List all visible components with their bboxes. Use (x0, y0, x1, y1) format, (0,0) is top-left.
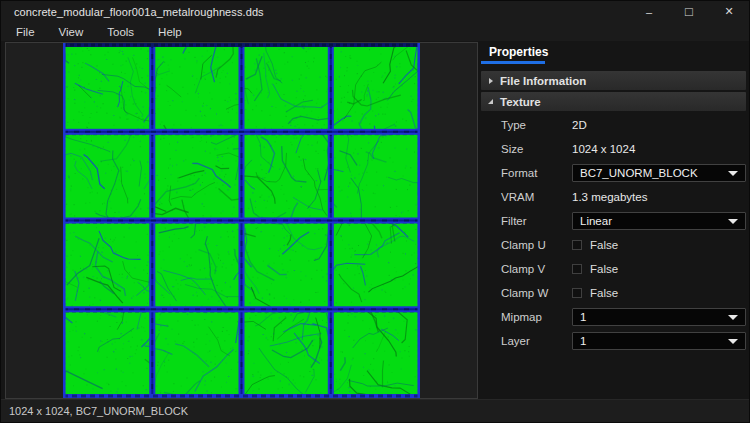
window-controls: – □ ✕ (629, 1, 749, 22)
title-bar[interactable]: concrete_modular_floor001a_metalroughnes… (1, 1, 749, 22)
chevron-down-icon (728, 219, 738, 224)
field-row-layer: Layer 1 (481, 329, 746, 353)
size-value: 1024 x 1024 (572, 143, 635, 155)
layer-value: 1 (580, 335, 728, 347)
clamp-w-value: False (590, 287, 618, 299)
field-row-clamp-v: Clamp V False (481, 257, 746, 281)
maximize-button[interactable]: □ (669, 1, 709, 22)
field-row-filter: Filter Linear (481, 209, 746, 233)
properties-panel: Properties File Information Texture Type… (478, 41, 749, 399)
chevron-down-icon (728, 339, 738, 344)
mipmap-dropdown[interactable]: 1 (572, 308, 746, 326)
field-label: Clamp W (501, 287, 572, 299)
texture-fields: Type 2D Size 1024 x 1024 Format BC7_UNOR… (481, 113, 746, 353)
clamp-v-value: False (590, 263, 618, 275)
clamp-u-checkbox[interactable] (572, 240, 582, 250)
tab-properties[interactable]: Properties (481, 45, 556, 59)
status-bar: 1024 x 1024, BC7_UNORM_BLOCK (1, 399, 749, 422)
menu-item-help[interactable]: Help (146, 26, 194, 38)
field-row-clamp-u: Clamp U False (481, 233, 746, 257)
filter-value: Linear (580, 215, 728, 227)
texture-image (63, 43, 420, 398)
section-header-texture[interactable]: Texture (481, 92, 746, 111)
field-label: VRAM (501, 191, 572, 203)
active-tab-indicator (481, 61, 545, 64)
field-row-vram: VRAM 1.3 megabytes (481, 185, 746, 209)
mipmap-value: 1 (580, 311, 728, 323)
chevron-down-icon (728, 171, 738, 176)
clamp-u-value: False (590, 239, 618, 251)
field-label: Format (501, 167, 572, 179)
vram-value: 1.3 megabytes (572, 191, 647, 203)
clamp-w-checkbox[interactable] (572, 288, 582, 298)
filter-dropdown[interactable]: Linear (572, 212, 746, 230)
format-dropdown[interactable]: BC7_UNORM_BLOCK (572, 164, 746, 182)
menu-bar: File View Tools Help (1, 22, 749, 41)
format-value: BC7_UNORM_BLOCK (580, 167, 728, 179)
field-row-type: Type 2D (481, 113, 746, 137)
chevron-expanded-icon (488, 99, 493, 104)
field-label: Size (501, 143, 572, 155)
field-row-clamp-w: Clamp W False (481, 281, 746, 305)
menu-item-tools[interactable]: Tools (95, 26, 146, 38)
clamp-v-checkbox[interactable] (572, 264, 582, 274)
menu-item-file[interactable]: File (4, 26, 47, 38)
panel-tab-bar: Properties (478, 41, 749, 63)
chevron-right-icon (489, 78, 493, 84)
section-label: Texture (500, 96, 541, 108)
app-window: concrete_modular_floor001a_metalroughnes… (0, 0, 750, 423)
section-label: File Information (500, 75, 586, 87)
panel-sections: File Information Texture Type 2D Size 10… (481, 71, 746, 353)
section-header-file-information[interactable]: File Information (481, 71, 746, 90)
field-label: Layer (501, 335, 572, 347)
menu-item-view[interactable]: View (47, 26, 96, 38)
field-row-mipmap: Mipmap 1 (481, 305, 746, 329)
field-row-format: Format BC7_UNORM_BLOCK (481, 161, 746, 185)
field-label: Clamp U (501, 239, 572, 251)
field-row-size: Size 1024 x 1024 (481, 137, 746, 161)
field-label: Type (501, 119, 572, 131)
field-label: Clamp V (501, 263, 572, 275)
close-button[interactable]: ✕ (709, 1, 749, 22)
layer-dropdown[interactable]: 1 (572, 332, 746, 350)
type-value: 2D (572, 119, 587, 131)
texture-viewport[interactable] (5, 42, 478, 399)
main-area: Properties File Information Texture Type… (1, 41, 749, 399)
chevron-down-icon (728, 315, 738, 320)
field-label: Mipmap (501, 311, 572, 323)
window-title: concrete_modular_floor001a_metalroughnes… (14, 6, 264, 18)
status-text: 1024 x 1024, BC7_UNORM_BLOCK (9, 405, 188, 417)
minimize-button[interactable]: – (629, 1, 669, 22)
field-label: Filter (501, 215, 572, 227)
